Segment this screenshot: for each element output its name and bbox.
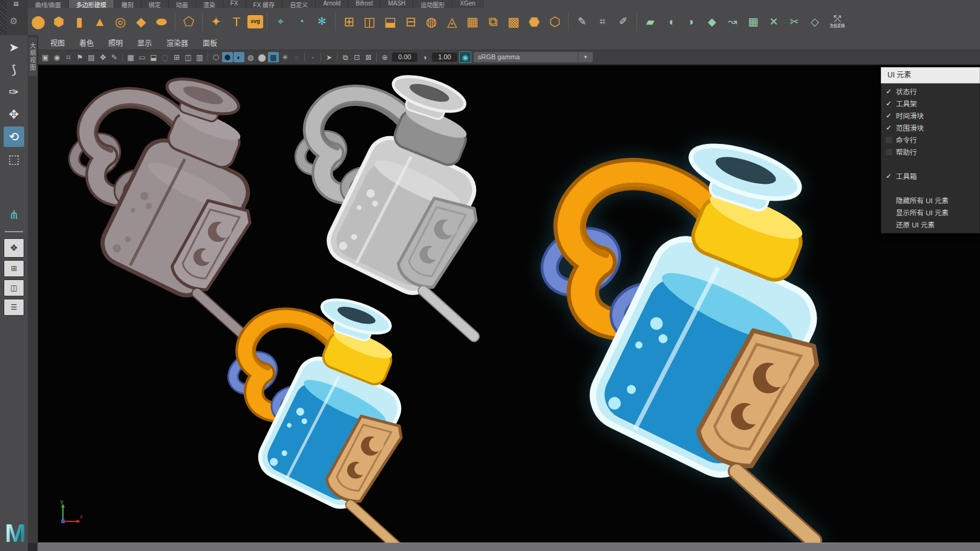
shelf-tab[interactable]: 自定义 <box>283 0 316 8</box>
scale-tool[interactable]: ⬚ <box>4 149 24 169</box>
shelf-tab[interactable]: 运动图形 <box>413 0 452 8</box>
shelf-tab[interactable]: 渲染 <box>196 0 223 8</box>
sew-uv-icon[interactable]: ✂ <box>785 11 804 32</box>
viewport-menu-item[interactable]: 显示 <box>131 36 158 49</box>
use-all-lights-icon[interactable]: ◍ <box>245 52 256 62</box>
clear-snapshot-icon[interactable]: ⊠ <box>363 52 374 62</box>
gate-mask-icon[interactable]: ▢ <box>160 52 171 62</box>
ui-elements-menu-item[interactable]: ✓ 工具箱 <box>881 170 979 182</box>
shelf-tab[interactable]: 雕刻 <box>114 0 142 8</box>
conform-icon[interactable]: ⬓ <box>381 11 400 32</box>
shelf-gear-icon[interactable]: ⚙ <box>10 16 18 27</box>
grid-icon[interactable]: ▦ <box>125 52 136 62</box>
layout-uv-icon[interactable]: ▦ <box>743 11 763 32</box>
viewport-menu-item[interactable]: 视图 <box>44 36 71 49</box>
ui-elements-menu-item[interactable]: 帮助行 <box>881 146 979 158</box>
smooth-icon[interactable]: ◍ <box>422 11 441 32</box>
boolean-icon[interactable]: ⊟ <box>401 11 420 32</box>
exposure-icon[interactable]: ⊕ <box>379 52 390 62</box>
shelf-menu-icon[interactable]: ▤ <box>13 1 19 7</box>
ui-elements-menu-item[interactable]: 还原 UI 元素 <box>881 218 979 230</box>
viewport-menu-item[interactable]: 照明 <box>102 36 129 49</box>
poly-cube-icon[interactable]: ⬢ <box>49 11 68 32</box>
exposure-field[interactable]: 0.00 <box>392 53 417 62</box>
separator[interactable] <box>304 53 305 62</box>
layout-single-pane[interactable]: ❖ <box>4 238 24 258</box>
textured-icon[interactable]: ◐ <box>234 52 244 62</box>
bookmark-icon[interactable]: ⚑ <box>74 52 85 62</box>
measure-tool-icon[interactable]: ⌖ <box>271 11 290 32</box>
select-tool[interactable]: ➤ <box>4 37 24 57</box>
svg-tool-icon[interactable]: svg <box>247 15 263 28</box>
project-uv-icon[interactable]: ▰ <box>641 11 660 32</box>
ui-elements-menu-item[interactable]: 隐藏所有 UI 元素 <box>881 194 979 206</box>
separator[interactable] <box>568 13 569 31</box>
subdiv-proxy-icon[interactable]: ▩ <box>504 11 523 32</box>
poly-plane-icon[interactable]: ◆ <box>131 11 151 32</box>
viewport-menu-item[interactable]: 着色 <box>73 36 100 49</box>
poly-disc-icon[interactable]: ⬬ <box>152 11 171 32</box>
outliner-vertical-tab[interactable]: 大纲视图 <box>28 37 37 76</box>
shelf-tab[interactable]: 动画 <box>169 0 196 8</box>
symmetry-tool[interactable]: ⋔ <box>4 204 24 225</box>
viewport-menu-item[interactable]: 面板 <box>196 36 224 49</box>
poly-cone-icon[interactable]: ▲ <box>90 11 109 32</box>
shadows-icon[interactable]: ⬤ <box>256 52 267 62</box>
separator[interactable] <box>202 13 203 31</box>
cut-uv-icon[interactable]: ✕ <box>764 11 783 32</box>
separate-icon[interactable]: ◫ <box>360 11 379 32</box>
grease-pencil-icon[interactable]: ✎ <box>109 52 120 62</box>
mirror-icon[interactable]: ⧉ <box>483 11 503 32</box>
shelf-grip-handle[interactable] <box>0 0 7 35</box>
ui-elements-menu-item[interactable] <box>881 158 979 170</box>
unfold-uv-icon[interactable]: ↝ <box>723 11 742 32</box>
layout-four-pane[interactable]: ⊞ <box>4 260 24 277</box>
auto-uv-icon[interactable]: ◖ <box>661 11 681 32</box>
shelf-tab[interactable]: 多边形建模 <box>69 0 114 8</box>
separator[interactable] <box>122 53 123 62</box>
layout-two-pane[interactable]: ◫ <box>4 279 24 296</box>
ui-elements-menu-item[interactable] <box>881 182 979 194</box>
ui-elements-menu-item[interactable]: ✓ 时间滑块 <box>881 109 979 122</box>
shelf-tab[interactable]: 绑定 <box>142 0 169 8</box>
image-plane-icon[interactable]: ▤ <box>86 52 97 62</box>
viewport-canvas[interactable]: y x UI 元素 ✓ 状态行 <box>38 65 980 543</box>
separator[interactable] <box>376 53 377 62</box>
poly-torus-icon[interactable]: ◎ <box>111 11 130 32</box>
field-chart-icon[interactable]: ⊞ <box>171 52 182 62</box>
platonic-solid-icon[interactable]: ⬠ <box>179 11 198 32</box>
view-transform-toggle-icon[interactable]: ◉ <box>459 51 471 63</box>
separator[interactable] <box>321 53 321 62</box>
motion-blur-icon[interactable]: ○ <box>291 52 302 62</box>
shelf-tab[interactable]: FX <box>223 0 246 8</box>
camera-attributes-icon[interactable]: ⌑ <box>63 52 74 62</box>
insert-edge-loop-icon[interactable]: ⌗ <box>593 11 612 32</box>
view-transform-dropdown[interactable]: sRGB gamma ▼ <box>474 52 593 62</box>
delete-history-icon[interactable]: ◔ <box>292 11 311 32</box>
shelf-tab[interactable]: MASH <box>381 0 413 8</box>
snapshot-icon[interactable]: ⧉ <box>340 52 351 62</box>
planar-uv-icon[interactable]: ◗ <box>682 11 701 32</box>
separator[interactable] <box>337 53 338 62</box>
zero-transform-icon[interactable]: ✻ <box>312 11 332 32</box>
separator[interactable] <box>267 13 267 31</box>
viewport-menu-item[interactable]: 渲染器 <box>160 36 195 49</box>
select-camera-icon[interactable]: ▣ <box>40 52 51 62</box>
curve-star-icon[interactable]: ✦ <box>206 11 226 32</box>
triangulate-icon[interactable]: ◬ <box>442 11 462 32</box>
safe-title-icon[interactable]: ▥ <box>194 52 205 62</box>
move-tool[interactable]: ✥ <box>4 104 24 125</box>
separator[interactable] <box>636 13 637 31</box>
freeze-transform-icon[interactable]: ⤱ 冻结变换 <box>825 11 849 33</box>
layout-outliner-persp[interactable]: ☰ <box>4 299 24 316</box>
ui-elements-menu-item[interactable]: ✓ 工具架 <box>881 97 979 109</box>
resolution-gate-icon[interactable]: ⬓ <box>148 52 159 62</box>
offset-edge-loop-icon[interactable]: ✐ <box>613 11 633 32</box>
reduce-icon[interactable]: ⬡ <box>545 11 564 32</box>
poly-sphere-icon[interactable]: ⬤ <box>28 11 48 32</box>
lock-camera-icon[interactable]: ◉ <box>51 52 62 62</box>
separator[interactable] <box>175 13 175 31</box>
ui-elements-menu-item[interactable]: ✓ 范围滑块 <box>881 122 979 134</box>
quadrangulate-icon[interactable]: ▦ <box>463 11 482 32</box>
pan-zoom-2d-icon[interactable]: ✥ <box>97 52 108 62</box>
